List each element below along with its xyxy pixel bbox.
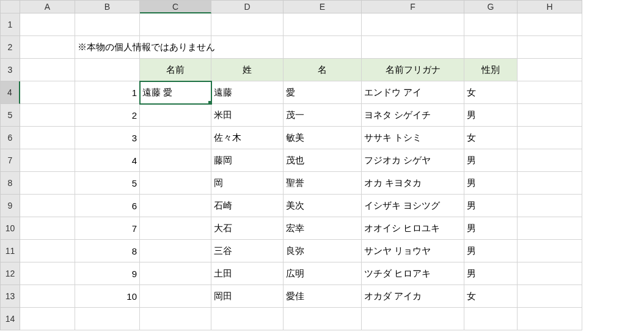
cell-D4[interactable]: 遠藤 (211, 81, 284, 104)
cell-C14[interactable] (140, 308, 211, 330)
cell-B11[interactable]: 8 (75, 240, 140, 262)
cell-B4[interactable]: 1 (75, 81, 140, 104)
cell-C5[interactable] (140, 104, 211, 127)
cell-E14[interactable] (284, 308, 362, 330)
cell-C9[interactable] (140, 195, 211, 217)
cell-C4[interactable]: 遠藤 愛 (140, 81, 211, 104)
cell-H7[interactable] (518, 149, 582, 172)
cell-G6[interactable]: 女 (464, 127, 518, 149)
cell-F5[interactable]: ヨネタ シゲイチ (362, 104, 464, 127)
cell-A9[interactable] (20, 195, 75, 217)
col-header-F[interactable]: F (362, 0, 464, 13)
cell-A1[interactable] (20, 13, 75, 36)
cell-A13[interactable] (20, 285, 75, 308)
cell-E7[interactable]: 茂也 (284, 149, 362, 172)
cell-F3[interactable]: 名前フリガナ (362, 59, 464, 81)
cell-H2[interactable] (518, 36, 582, 59)
cell-D14[interactable] (211, 308, 284, 330)
cell-E10[interactable]: 宏幸 (284, 217, 362, 240)
cell-H5[interactable] (518, 104, 582, 127)
cell-H10[interactable] (518, 217, 582, 240)
cell-F7[interactable]: フジオカ シゲヤ (362, 149, 464, 172)
cell-A4[interactable] (20, 81, 75, 104)
cell-D1[interactable] (211, 13, 284, 36)
cell-E9[interactable]: 美次 (284, 195, 362, 217)
cell-E11[interactable]: 良弥 (284, 240, 362, 262)
cell-D10[interactable]: 大石 (211, 217, 284, 240)
cell-B8[interactable]: 5 (75, 172, 140, 195)
row-header-6[interactable]: 6 (0, 127, 20, 149)
cell-H8[interactable] (518, 172, 582, 195)
cell-F8[interactable]: オカ キヨタカ (362, 172, 464, 195)
cell-G1[interactable] (464, 13, 518, 36)
cell-H13[interactable] (518, 285, 582, 308)
cell-H9[interactable] (518, 195, 582, 217)
cell-D5[interactable]: 米田 (211, 104, 284, 127)
cell-D3[interactable]: 姓 (211, 59, 284, 81)
cell-G9[interactable]: 男 (464, 195, 518, 217)
row-header-3[interactable]: 3 (0, 59, 20, 81)
cell-G10[interactable]: 男 (464, 217, 518, 240)
cell-A2[interactable] (20, 36, 75, 59)
cell-C13[interactable] (140, 285, 211, 308)
cell-B7[interactable]: 4 (75, 149, 140, 172)
row-header-4[interactable]: 4 (0, 81, 20, 104)
cell-F1[interactable] (362, 13, 464, 36)
cell-A5[interactable] (20, 104, 75, 127)
cell-G13[interactable]: 女 (464, 285, 518, 308)
cell-B9[interactable]: 6 (75, 195, 140, 217)
cell-G5[interactable]: 男 (464, 104, 518, 127)
cell-B5[interactable]: 2 (75, 104, 140, 127)
cell-H4[interactable] (518, 81, 582, 104)
cell-H6[interactable] (518, 127, 582, 149)
cell-E13[interactable]: 愛佳 (284, 285, 362, 308)
cell-B6[interactable]: 3 (75, 127, 140, 149)
cell-F10[interactable]: オオイシ ヒロユキ (362, 217, 464, 240)
row-header-7[interactable]: 7 (0, 149, 20, 172)
cell-G4[interactable]: 女 (464, 81, 518, 104)
cell-B10[interactable]: 7 (75, 217, 140, 240)
cell-F2[interactable] (362, 36, 464, 59)
cell-D8[interactable]: 岡 (211, 172, 284, 195)
cell-E4[interactable]: 愛 (284, 81, 362, 104)
col-header-H[interactable]: H (518, 0, 582, 13)
row-header-5[interactable]: 5 (0, 104, 20, 127)
cell-A11[interactable] (20, 240, 75, 262)
cell-A7[interactable] (20, 149, 75, 172)
cell-E6[interactable]: 敏美 (284, 127, 362, 149)
cell-A3[interactable] (20, 59, 75, 81)
spreadsheet-grid[interactable]: ABCDEFGH12※本物の個人情報ではありません3名前姓名名前フリガナ性別41… (0, 0, 644, 330)
row-header-12[interactable]: 12 (0, 262, 20, 285)
cell-B12[interactable]: 9 (75, 262, 140, 285)
cell-C11[interactable] (140, 240, 211, 262)
row-header-9[interactable]: 9 (0, 195, 20, 217)
cell-B13[interactable]: 10 (75, 285, 140, 308)
cell-G2[interactable] (464, 36, 518, 59)
row-header-8[interactable]: 8 (0, 172, 20, 195)
cell-E1[interactable] (284, 13, 362, 36)
row-header-2[interactable]: 2 (0, 36, 20, 59)
cell-D11[interactable]: 三谷 (211, 240, 284, 262)
row-header-14[interactable]: 14 (0, 308, 20, 330)
cell-H11[interactable] (518, 240, 582, 262)
col-header-E[interactable]: E (284, 0, 362, 13)
cell-C1[interactable] (140, 13, 211, 36)
cell-G14[interactable] (464, 308, 518, 330)
cell-E5[interactable]: 茂一 (284, 104, 362, 127)
col-header-C[interactable]: C (140, 0, 211, 13)
cell-E2[interactable] (284, 36, 362, 59)
cell-B3[interactable] (75, 59, 140, 81)
cell-B2[interactable]: ※本物の個人情報ではありません (75, 36, 140, 59)
cell-D9[interactable]: 石崎 (211, 195, 284, 217)
cell-H1[interactable] (518, 13, 582, 36)
cell-B1[interactable] (75, 13, 140, 36)
cell-A12[interactable] (20, 262, 75, 285)
cell-C12[interactable] (140, 262, 211, 285)
cell-A6[interactable] (20, 127, 75, 149)
cell-C8[interactable] (140, 172, 211, 195)
cell-F9[interactable]: イシザキ ヨシツグ (362, 195, 464, 217)
cell-G7[interactable]: 男 (464, 149, 518, 172)
select-all-corner[interactable] (0, 0, 20, 13)
cell-D12[interactable]: 土田 (211, 262, 284, 285)
cell-E12[interactable]: 広明 (284, 262, 362, 285)
